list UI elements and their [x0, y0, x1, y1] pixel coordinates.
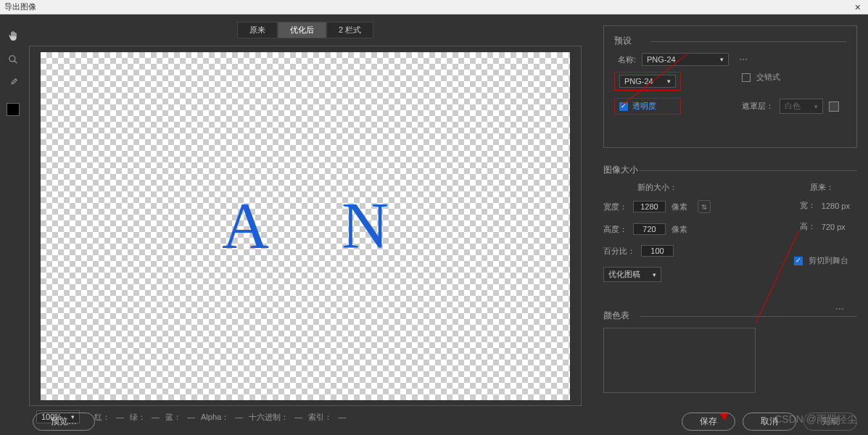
canvas-letter-n: N	[342, 188, 389, 263]
canvas: A N	[41, 52, 570, 400]
svg-point-0	[9, 56, 15, 62]
width-input[interactable]	[633, 201, 666, 212]
canvas-viewport[interactable]: A N	[29, 46, 582, 406]
color-table-options-icon[interactable]: ⋯	[835, 304, 844, 314]
close-icon[interactable]: ×	[852, 1, 864, 13]
height-label: 高度：	[603, 224, 627, 235]
done-button[interactable]: 完成	[803, 413, 857, 431]
percent-label: 百分比：	[603, 246, 635, 257]
interlaced-checkbox[interactable]	[742, 73, 751, 82]
transparency-label: 透明度	[632, 101, 656, 112]
height-input[interactable]	[633, 223, 666, 235]
window-titlebar: 导出图像 ×	[0, 0, 868, 14]
hand-tool-icon[interactable]	[6, 29, 20, 44]
format-select[interactable]: PNG-24▾	[619, 75, 676, 88]
save-button[interactable]: 保存	[682, 413, 735, 431]
width-label: 宽度：	[603, 202, 627, 212]
window-title: 导出图像	[4, 1, 36, 12]
preset-name-select[interactable]: PNG-24▾	[642, 53, 729, 66]
color-table-title: 颜色表	[603, 310, 857, 322]
matte-swatch	[829, 102, 839, 112]
preset-group: 预设 名称: PNG-24▾ ⋯ PNG-24▾ 透明度 交错式	[603, 25, 857, 148]
clip-checkbox[interactable]	[794, 257, 803, 265]
preset-title: 预设	[614, 35, 846, 47]
right-panel: 预设 名称: PNG-24▾ ⋯ PNG-24▾ 透明度 交错式	[592, 14, 868, 435]
height-unit: 像素	[671, 224, 687, 235]
view-tabs: 原来 优化后 2 栏式	[29, 22, 582, 38]
tab-twoup[interactable]: 2 栏式	[326, 22, 373, 38]
left-toolbar	[0, 14, 25, 435]
color-table-group: 颜色表 ⋯	[603, 304, 857, 399]
canvas-letter-a: A	[222, 188, 269, 263]
color-swatch[interactable]	[7, 103, 20, 116]
clip-label: 剪切到舞台	[809, 255, 848, 266]
orig-h-value: 720 px	[822, 223, 846, 231]
format-highlight: PNG-24▾	[614, 72, 681, 91]
eyedropper-tool-icon[interactable]	[6, 75, 20, 90]
image-size-title: 图像大小	[603, 164, 857, 176]
link-dimensions-icon[interactable]: ⇅	[698, 200, 711, 213]
orig-w-label: 宽：	[794, 200, 816, 211]
matte-label: 遮罩层：	[742, 101, 774, 112]
transparency-checkbox[interactable]	[619, 102, 628, 111]
width-unit: 像素	[671, 202, 687, 212]
svg-line-1	[14, 61, 17, 64]
image-size-group: 图像大小 新的大小： 宽度： 像素 ⇅ 高度： 像素	[603, 158, 857, 294]
resample-select[interactable]: 优化图稿▾	[603, 267, 661, 282]
original-heading: 原来：	[794, 182, 850, 193]
percent-input[interactable]	[641, 245, 674, 257]
tab-optimized[interactable]: 优化后	[278, 22, 326, 38]
preset-name-label: 名称:	[614, 54, 636, 65]
zoom-tool-icon[interactable]	[6, 52, 20, 67]
footer-buttons: 预览… 保存 取消 完成	[33, 413, 857, 431]
new-size-heading: 新的大小：	[603, 182, 711, 193]
transparency-highlight: 透明度	[614, 98, 681, 115]
cancel-button[interactable]: 取消	[743, 413, 796, 431]
preset-options-icon[interactable]: ⋯	[739, 54, 748, 65]
orig-w-value: 1280 px	[822, 202, 850, 210]
matte-select: 白色▾	[780, 99, 823, 114]
orig-h-label: 高：	[794, 221, 816, 232]
color-table-box	[603, 328, 756, 393]
preview-button[interactable]: 预览…	[33, 413, 95, 431]
tab-original[interactable]: 原来	[237, 22, 278, 38]
interlaced-label: 交错式	[756, 72, 780, 83]
